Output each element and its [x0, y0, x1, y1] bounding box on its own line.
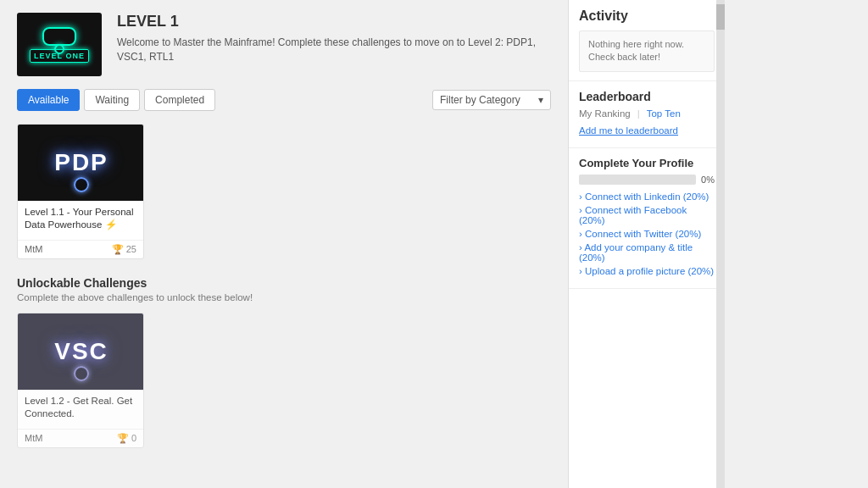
- card-points-vsc: 🏆 0: [117, 433, 136, 444]
- profile-item-linkedin[interactable]: Connect with Linkedin (20%): [579, 191, 715, 202]
- profile-item-facebook[interactable]: Connect with Facebook (20%): [579, 205, 715, 225]
- profile-item-twitter[interactable]: Connect with Twitter (20%): [579, 229, 715, 239]
- pdp-label: PDP: [54, 149, 108, 176]
- card-body-pdp: Level 1.1 - Your Personal Data Powerhous…: [18, 201, 143, 240]
- vsc-circle: [74, 366, 89, 381]
- leaderboard-links: My Ranking | Top Ten: [579, 108, 715, 119]
- card-image-pdp: PDP: [18, 125, 144, 201]
- level-logo-shape: [42, 27, 76, 46]
- vsc-label: VSC: [54, 338, 108, 365]
- tabs-row: Available Waiting Completed Filter by Ca…: [17, 89, 551, 111]
- progress-bar-bg: [579, 175, 696, 185]
- tab-completed[interactable]: Completed: [144, 89, 215, 111]
- progress-bar-container: 0%: [579, 175, 715, 185]
- progress-pct: 0%: [701, 175, 715, 185]
- card-title-pdp: Level 1.1 - Your Personal Data Powerhous…: [25, 206, 136, 231]
- unlockable-title: Unlockable Challenges: [17, 276, 551, 290]
- page-wrapper: LEVEL ONE LEVEL 1 Welcome to Master the …: [0, 0, 868, 488]
- add-leaderboard-link[interactable]: Add me to leaderboard: [579, 125, 715, 136]
- activity-empty: Nothing here right now. Check back later…: [579, 30, 715, 72]
- chevron-down-icon: ▾: [538, 94, 543, 106]
- right-sidebar: ▲ Activity Nothing here right now. Check…: [568, 0, 725, 488]
- card-points-pdp: 🏆 25: [112, 244, 136, 255]
- profile-item-company[interactable]: Add your company & title (20%): [579, 242, 715, 263]
- card-footer-pdp: MtM 🏆 25: [18, 240, 143, 258]
- filter-label: Filter by Category: [440, 94, 520, 106]
- card-title-vsc: Level 1.2 - Get Real. Get Connected.: [25, 395, 136, 420]
- level-image: LEVEL ONE: [17, 13, 102, 76]
- activity-section: Activity Nothing here right now. Check b…: [569, 0, 725, 81]
- card-author-vsc: MtM: [25, 433, 42, 443]
- challenge-card-vsc: VSC Level 1.2 - Get Real. Get Connected.…: [17, 313, 144, 448]
- points-icon-vsc: 🏆: [117, 433, 129, 444]
- scrollbar-track: [716, 0, 725, 488]
- unlockable-subtitle: Complete the above challenges to unlock …: [17, 292, 551, 302]
- profile-item-picture[interactable]: Upload a profile picture (20%): [579, 266, 715, 276]
- activity-title: Activity: [579, 8, 715, 24]
- points-value-vsc: 0: [131, 433, 136, 443]
- points-value-pdp: 25: [126, 244, 136, 254]
- level-title: LEVEL 1: [117, 13, 551, 30]
- card-body-vsc: Level 1.2 - Get Real. Get Connected.: [18, 390, 143, 429]
- level-header: LEVEL ONE LEVEL 1 Welcome to Master the …: [17, 13, 551, 76]
- complete-profile-title: Complete Your Profile: [579, 157, 715, 169]
- filter-dropdown[interactable]: Filter by Category ▾: [432, 90, 551, 110]
- top-ten-link[interactable]: Top Ten: [647, 108, 681, 119]
- tab-waiting[interactable]: Waiting: [84, 89, 140, 111]
- my-ranking-link[interactable]: My Ranking: [579, 108, 631, 119]
- card-author-pdp: MtM: [25, 244, 42, 254]
- leaderboard-title: Leaderboard: [579, 90, 715, 103]
- scrollbar-thumb[interactable]: [716, 4, 725, 30]
- card-footer-vsc: MtM 🏆 0: [18, 429, 143, 447]
- level-description: Welcome to Master the Mainframe! Complet…: [117, 36, 551, 64]
- points-icon: 🏆: [112, 244, 124, 255]
- card-image-vsc: VSC: [18, 313, 144, 390]
- leaderboard-divider: |: [637, 108, 640, 119]
- challenge-card-pdp[interactable]: PDP Level 1.1 - Your Personal Data Power…: [17, 124, 144, 259]
- tab-available[interactable]: Available: [17, 89, 80, 111]
- level-info: LEVEL 1 Welcome to Master the Mainframe!…: [117, 13, 551, 64]
- leaderboard-section: Leaderboard My Ranking | Top Ten Add me …: [569, 81, 725, 148]
- unlockable-section: Unlockable Challenges Complete the above…: [17, 276, 551, 448]
- pdp-circle: [74, 177, 89, 192]
- main-content: LEVEL ONE LEVEL 1 Welcome to Master the …: [0, 0, 568, 488]
- complete-profile-section: Complete Your Profile 0% Connect with Li…: [569, 148, 725, 289]
